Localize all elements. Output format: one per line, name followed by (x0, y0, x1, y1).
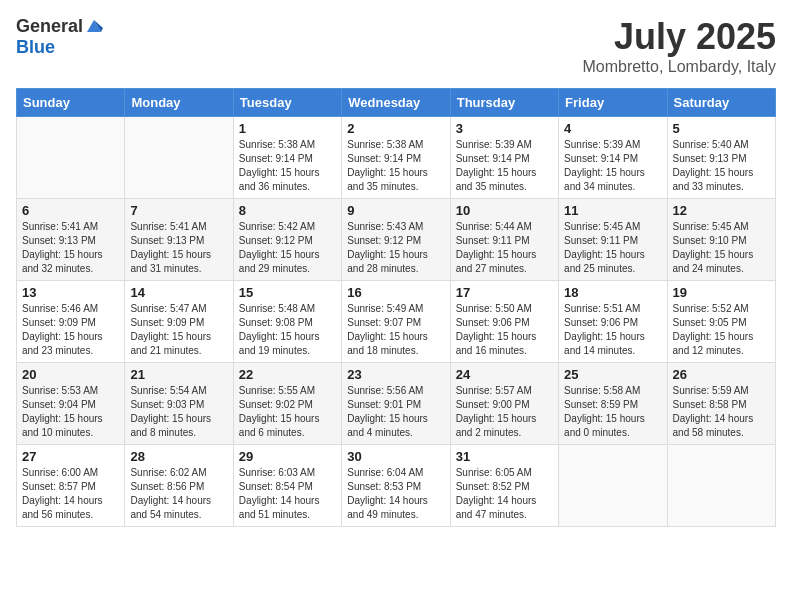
calendar-cell: 24Sunrise: 5:57 AM Sunset: 9:00 PM Dayli… (450, 363, 558, 445)
calendar-cell: 16Sunrise: 5:49 AM Sunset: 9:07 PM Dayli… (342, 281, 450, 363)
day-number: 31 (456, 449, 553, 464)
day-number: 12 (673, 203, 770, 218)
day-detail: Sunrise: 6:00 AM Sunset: 8:57 PM Dayligh… (22, 466, 119, 522)
calendar-cell: 4Sunrise: 5:39 AM Sunset: 9:14 PM Daylig… (559, 117, 667, 199)
calendar-cell: 6Sunrise: 5:41 AM Sunset: 9:13 PM Daylig… (17, 199, 125, 281)
logo-general: General (16, 16, 83, 37)
calendar-cell: 11Sunrise: 5:45 AM Sunset: 9:11 PM Dayli… (559, 199, 667, 281)
day-detail: Sunrise: 5:47 AM Sunset: 9:09 PM Dayligh… (130, 302, 227, 358)
calendar-week-row: 1Sunrise: 5:38 AM Sunset: 9:14 PM Daylig… (17, 117, 776, 199)
day-detail: Sunrise: 5:45 AM Sunset: 9:10 PM Dayligh… (673, 220, 770, 276)
calendar-cell: 31Sunrise: 6:05 AM Sunset: 8:52 PM Dayli… (450, 445, 558, 527)
day-number: 29 (239, 449, 336, 464)
day-detail: Sunrise: 5:58 AM Sunset: 8:59 PM Dayligh… (564, 384, 661, 440)
calendar-cell: 1Sunrise: 5:38 AM Sunset: 9:14 PM Daylig… (233, 117, 341, 199)
day-number: 9 (347, 203, 444, 218)
calendar-week-row: 20Sunrise: 5:53 AM Sunset: 9:04 PM Dayli… (17, 363, 776, 445)
day-number: 23 (347, 367, 444, 382)
day-detail: Sunrise: 5:41 AM Sunset: 9:13 PM Dayligh… (130, 220, 227, 276)
day-detail: Sunrise: 5:41 AM Sunset: 9:13 PM Dayligh… (22, 220, 119, 276)
logo: General Blue (16, 16, 103, 58)
calendar-cell: 8Sunrise: 5:42 AM Sunset: 9:12 PM Daylig… (233, 199, 341, 281)
calendar-cell: 22Sunrise: 5:55 AM Sunset: 9:02 PM Dayli… (233, 363, 341, 445)
day-number: 17 (456, 285, 553, 300)
calendar-cell: 14Sunrise: 5:47 AM Sunset: 9:09 PM Dayli… (125, 281, 233, 363)
calendar-cell: 26Sunrise: 5:59 AM Sunset: 8:58 PM Dayli… (667, 363, 775, 445)
day-detail: Sunrise: 5:39 AM Sunset: 9:14 PM Dayligh… (564, 138, 661, 194)
calendar-week-row: 6Sunrise: 5:41 AM Sunset: 9:13 PM Daylig… (17, 199, 776, 281)
day-number: 20 (22, 367, 119, 382)
day-detail: Sunrise: 5:54 AM Sunset: 9:03 PM Dayligh… (130, 384, 227, 440)
calendar-cell: 15Sunrise: 5:48 AM Sunset: 9:08 PM Dayli… (233, 281, 341, 363)
calendar-header-friday: Friday (559, 89, 667, 117)
calendar-cell: 7Sunrise: 5:41 AM Sunset: 9:13 PM Daylig… (125, 199, 233, 281)
day-number: 21 (130, 367, 227, 382)
day-number: 15 (239, 285, 336, 300)
calendar-cell: 9Sunrise: 5:43 AM Sunset: 9:12 PM Daylig… (342, 199, 450, 281)
calendar-week-row: 27Sunrise: 6:00 AM Sunset: 8:57 PM Dayli… (17, 445, 776, 527)
calendar-cell: 19Sunrise: 5:52 AM Sunset: 9:05 PM Dayli… (667, 281, 775, 363)
calendar-cell: 21Sunrise: 5:54 AM Sunset: 9:03 PM Dayli… (125, 363, 233, 445)
day-detail: Sunrise: 6:02 AM Sunset: 8:56 PM Dayligh… (130, 466, 227, 522)
calendar-cell: 30Sunrise: 6:04 AM Sunset: 8:53 PM Dayli… (342, 445, 450, 527)
day-detail: Sunrise: 5:56 AM Sunset: 9:01 PM Dayligh… (347, 384, 444, 440)
calendar-cell: 27Sunrise: 6:00 AM Sunset: 8:57 PM Dayli… (17, 445, 125, 527)
day-number: 6 (22, 203, 119, 218)
day-detail: Sunrise: 5:51 AM Sunset: 9:06 PM Dayligh… (564, 302, 661, 358)
day-detail: Sunrise: 6:05 AM Sunset: 8:52 PM Dayligh… (456, 466, 553, 522)
day-detail: Sunrise: 5:59 AM Sunset: 8:58 PM Dayligh… (673, 384, 770, 440)
day-number: 7 (130, 203, 227, 218)
calendar-cell (17, 117, 125, 199)
day-number: 16 (347, 285, 444, 300)
day-detail: Sunrise: 5:44 AM Sunset: 9:11 PM Dayligh… (456, 220, 553, 276)
calendar-cell: 29Sunrise: 6:03 AM Sunset: 8:54 PM Dayli… (233, 445, 341, 527)
calendar-header-row: SundayMondayTuesdayWednesdayThursdayFrid… (17, 89, 776, 117)
day-number: 11 (564, 203, 661, 218)
day-number: 18 (564, 285, 661, 300)
day-number: 2 (347, 121, 444, 136)
day-detail: Sunrise: 5:43 AM Sunset: 9:12 PM Dayligh… (347, 220, 444, 276)
day-detail: Sunrise: 5:38 AM Sunset: 9:14 PM Dayligh… (347, 138, 444, 194)
calendar-cell: 18Sunrise: 5:51 AM Sunset: 9:06 PM Dayli… (559, 281, 667, 363)
day-detail: Sunrise: 6:04 AM Sunset: 8:53 PM Dayligh… (347, 466, 444, 522)
calendar-cell: 12Sunrise: 5:45 AM Sunset: 9:10 PM Dayli… (667, 199, 775, 281)
day-number: 13 (22, 285, 119, 300)
calendar-cell: 3Sunrise: 5:39 AM Sunset: 9:14 PM Daylig… (450, 117, 558, 199)
calendar-cell: 10Sunrise: 5:44 AM Sunset: 9:11 PM Dayli… (450, 199, 558, 281)
day-detail: Sunrise: 5:45 AM Sunset: 9:11 PM Dayligh… (564, 220, 661, 276)
day-detail: Sunrise: 5:55 AM Sunset: 9:02 PM Dayligh… (239, 384, 336, 440)
calendar-cell: 28Sunrise: 6:02 AM Sunset: 8:56 PM Dayli… (125, 445, 233, 527)
calendar-cell: 5Sunrise: 5:40 AM Sunset: 9:13 PM Daylig… (667, 117, 775, 199)
day-detail: Sunrise: 5:46 AM Sunset: 9:09 PM Dayligh… (22, 302, 119, 358)
day-number: 30 (347, 449, 444, 464)
logo-icon (85, 18, 103, 34)
day-detail: Sunrise: 5:39 AM Sunset: 9:14 PM Dayligh… (456, 138, 553, 194)
logo-blue: Blue (16, 37, 55, 58)
calendar-table: SundayMondayTuesdayWednesdayThursdayFrid… (16, 88, 776, 527)
day-number: 14 (130, 285, 227, 300)
calendar-header-wednesday: Wednesday (342, 89, 450, 117)
calendar-cell: 2Sunrise: 5:38 AM Sunset: 9:14 PM Daylig… (342, 117, 450, 199)
calendar-header-saturday: Saturday (667, 89, 775, 117)
calendar-cell (125, 117, 233, 199)
day-number: 1 (239, 121, 336, 136)
day-detail: Sunrise: 5:53 AM Sunset: 9:04 PM Dayligh… (22, 384, 119, 440)
day-detail: Sunrise: 5:52 AM Sunset: 9:05 PM Dayligh… (673, 302, 770, 358)
day-detail: Sunrise: 5:57 AM Sunset: 9:00 PM Dayligh… (456, 384, 553, 440)
calendar-cell: 20Sunrise: 5:53 AM Sunset: 9:04 PM Dayli… (17, 363, 125, 445)
day-detail: Sunrise: 5:49 AM Sunset: 9:07 PM Dayligh… (347, 302, 444, 358)
day-number: 5 (673, 121, 770, 136)
calendar-cell: 13Sunrise: 5:46 AM Sunset: 9:09 PM Dayli… (17, 281, 125, 363)
day-number: 19 (673, 285, 770, 300)
day-number: 25 (564, 367, 661, 382)
day-number: 4 (564, 121, 661, 136)
calendar-cell: 17Sunrise: 5:50 AM Sunset: 9:06 PM Dayli… (450, 281, 558, 363)
calendar-week-row: 13Sunrise: 5:46 AM Sunset: 9:09 PM Dayli… (17, 281, 776, 363)
calendar-cell: 23Sunrise: 5:56 AM Sunset: 9:01 PM Dayli… (342, 363, 450, 445)
calendar-cell: 25Sunrise: 5:58 AM Sunset: 8:59 PM Dayli… (559, 363, 667, 445)
day-detail: Sunrise: 6:03 AM Sunset: 8:54 PM Dayligh… (239, 466, 336, 522)
title-block: July 2025 Mombretto, Lombardy, Italy (582, 16, 776, 76)
calendar-header-monday: Monday (125, 89, 233, 117)
calendar-header-thursday: Thursday (450, 89, 558, 117)
day-number: 26 (673, 367, 770, 382)
